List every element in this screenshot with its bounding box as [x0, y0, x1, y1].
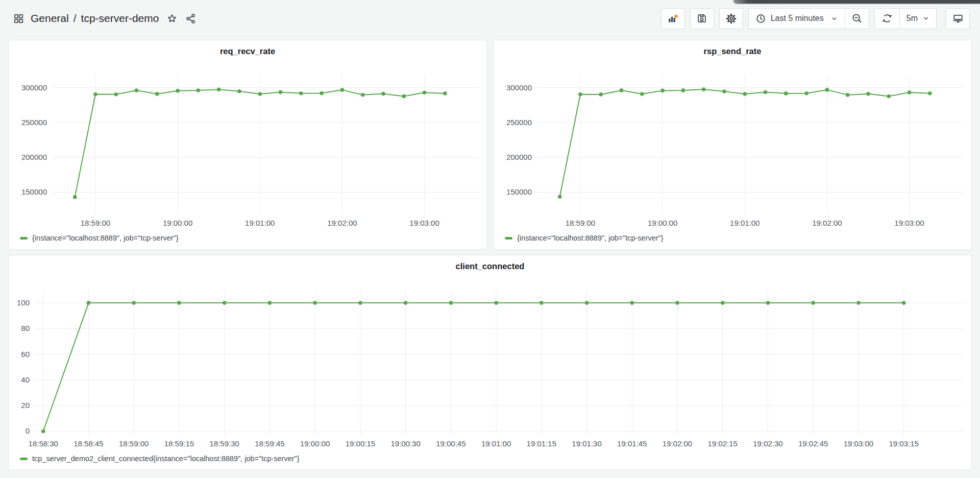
svg-text:19:01:30: 19:01:30 [572, 439, 601, 448]
svg-text:19:00:00: 19:00:00 [648, 219, 677, 227]
svg-text:250000: 250000 [21, 118, 47, 127]
star-icon [166, 13, 178, 24]
panel-title[interactable]: req_recv_rate [9, 40, 486, 56]
svg-text:200000: 200000 [506, 153, 532, 161]
chart-client-connected[interactable]: 02040608010018:58:3018:58:4518:59:0018:5… [9, 290, 971, 452]
time-range-label: Last 5 minutes [771, 14, 824, 23]
chevron-down-icon [830, 15, 838, 22]
dashboard-toolbar: Last 5 minutes [656, 8, 970, 29]
svg-text:18:58:45: 18:58:45 [74, 439, 103, 448]
add-panel-button[interactable] [661, 8, 685, 29]
svg-text:18:59:30: 18:59:30 [209, 439, 239, 448]
refresh-interval-label: 5m [906, 14, 918, 23]
star-dashboard-button[interactable] [166, 13, 178, 24]
legend-swatch [20, 458, 28, 460]
zoom-out-icon [851, 13, 863, 24]
dashboard-settings-button[interactable] [719, 8, 743, 29]
refresh-group: 5m [874, 8, 937, 29]
svg-text:19:02:00: 19:02:00 [812, 219, 842, 227]
svg-text:19:03:00: 19:03:00 [844, 439, 873, 448]
svg-text:18:59:00: 18:59:00 [119, 439, 149, 448]
breadcrumb-separator: / [74, 12, 77, 25]
dashboard-grid: req_recv_rate 15000020000025000030000018… [0, 40, 980, 470]
svg-text:60: 60 [21, 350, 30, 358]
svg-text:40: 40 [21, 375, 30, 384]
legend: tcp_server_demo2_client_connected{instan… [9, 452, 971, 470]
svg-text:100: 100 [17, 298, 30, 307]
panel-rsp-send-rate: rsp_send_rate 15000020000025000030000018… [493, 40, 972, 250]
svg-text:18:58:30: 18:58:30 [29, 439, 58, 448]
chart-req-recv-rate[interactable]: 15000020000025000030000018:59:0019:00:00… [9, 75, 486, 232]
svg-text:18:59:15: 18:59:15 [164, 439, 194, 448]
svg-text:19:02:00: 19:02:00 [327, 219, 357, 227]
share-dashboard-button[interactable] [185, 13, 196, 24]
svg-text:19:02:15: 19:02:15 [708, 439, 738, 448]
svg-text:250000: 250000 [506, 118, 532, 127]
svg-text:19:01:00: 19:01:00 [245, 219, 275, 227]
legend: {instance="localhost:8889", job="tcp-ser… [494, 232, 971, 249]
svg-text:19:02:45: 19:02:45 [798, 439, 828, 448]
svg-text:200000: 200000 [21, 153, 47, 161]
time-range-button[interactable]: Last 5 minutes [749, 9, 845, 29]
svg-text:80: 80 [21, 324, 30, 332]
legend: {instance="localhost:8889", job="tcp-ser… [9, 232, 486, 249]
breadcrumb-folder[interactable]: General [31, 12, 69, 25]
kiosk-mode-button[interactable] [946, 8, 970, 29]
legend-swatch [20, 237, 28, 240]
panel-req-recv-rate: req_recv_rate 15000020000025000030000018… [8, 40, 487, 250]
svg-text:19:00:30: 19:00:30 [390, 439, 420, 448]
save-icon [696, 13, 707, 24]
svg-text:19:03:15: 19:03:15 [889, 439, 918, 448]
svg-text:19:01:00: 19:01:00 [730, 219, 760, 227]
svg-text:19:00:15: 19:00:15 [346, 439, 375, 448]
chevron-down-icon [922, 15, 929, 22]
refresh-button[interactable] [875, 9, 899, 29]
svg-text:19:02:30: 19:02:30 [753, 439, 782, 448]
legend-label[interactable]: {instance="localhost:8889", job="tcp-ser… [517, 234, 664, 242]
legend-swatch [505, 237, 512, 240]
breadcrumb: General / tcp-server-demo [13, 12, 196, 25]
svg-text:19:00:45: 19:00:45 [436, 439, 465, 448]
legend-label[interactable]: tcp_server_demo2_client_connected{instan… [32, 455, 300, 463]
add-panel-icon [667, 12, 679, 25]
svg-text:19:00:00: 19:00:00 [300, 439, 330, 448]
svg-text:19:01:00: 19:01:00 [481, 439, 511, 448]
svg-text:150000: 150000 [506, 187, 532, 196]
svg-text:18:59:45: 18:59:45 [255, 439, 284, 448]
settings-icon [725, 13, 737, 25]
zoom-out-button[interactable] [845, 9, 869, 29]
svg-text:19:01:15: 19:01:15 [527, 439, 556, 448]
kiosk-icon [952, 13, 964, 24]
refresh-interval-button[interactable]: 5m [899, 9, 936, 29]
save-dashboard-button[interactable] [690, 8, 714, 29]
svg-text:19:02:00: 19:02:00 [663, 439, 692, 448]
panel-title[interactable]: rsp_send_rate [494, 40, 971, 56]
share-icon [185, 13, 196, 24]
svg-text:300000: 300000 [21, 83, 47, 92]
panel-title[interactable]: client_connected [9, 255, 971, 271]
dashboard-header: General / tcp-server-demo [0, 0, 980, 40]
svg-text:18:59:00: 18:59:00 [566, 219, 595, 227]
chart-rsp-send-rate[interactable]: 15000020000025000030000018:59:0019:00:00… [494, 75, 971, 232]
clock-icon [755, 13, 766, 24]
time-picker-group: Last 5 minutes [748, 8, 869, 29]
svg-text:0: 0 [26, 426, 30, 435]
breadcrumb-dashboard[interactable]: tcp-server-demo [81, 12, 159, 25]
svg-text:19:01:45: 19:01:45 [617, 439, 647, 448]
svg-text:300000: 300000 [506, 83, 532, 92]
refresh-icon [881, 13, 893, 24]
legend-label[interactable]: {instance="localhost:8889", job="tcp-ser… [32, 234, 179, 242]
top-overlay-bar [733, 0, 980, 4]
svg-text:19:03:00: 19:03:00 [409, 219, 439, 227]
svg-text:150000: 150000 [21, 187, 47, 196]
panel-client-connected: client_connected 02040608010018:58:3018:… [8, 255, 972, 470]
svg-text:19:00:00: 19:00:00 [163, 219, 192, 227]
svg-text:19:03:00: 19:03:00 [894, 219, 924, 227]
svg-text:18:59:00: 18:59:00 [81, 219, 110, 227]
svg-text:20: 20 [21, 401, 30, 410]
apps-grid-icon[interactable] [13, 13, 24, 24]
